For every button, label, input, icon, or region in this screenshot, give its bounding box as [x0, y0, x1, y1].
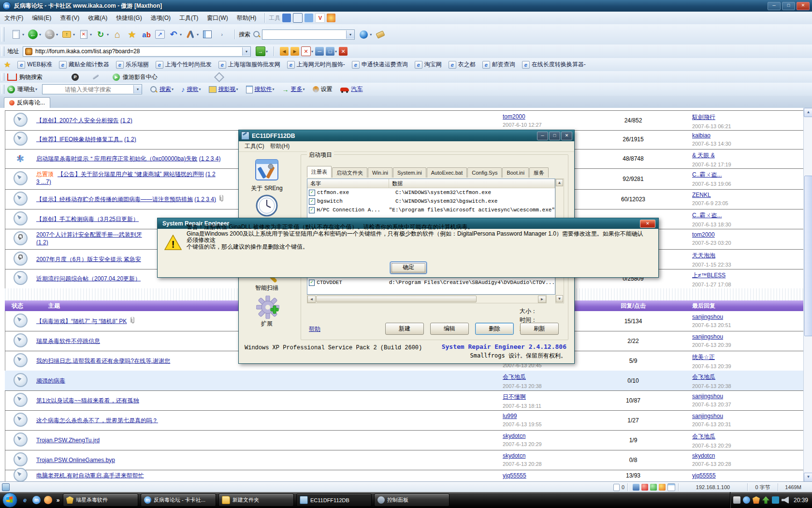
- list-item[interactable]: ✓ bgswitchC:\WINDOWS\system32\bgswitch.e…: [307, 197, 555, 206]
- last-reply-user[interactable]: 天天泡泡: [692, 252, 803, 260]
- back-button[interactable]: ←: [27, 29, 39, 40]
- topic-author[interactable]: lu999: [503, 413, 594, 419]
- menu-tools[interactable]: 工具(T): [175, 14, 203, 22]
- up-dropdown[interactable]: ▾: [73, 32, 75, 37]
- topic-link[interactable]: 【公告】关于部分瑞星用户被 “健康商城” 网站骚扰的声明: [58, 171, 204, 178]
- page-scrollbar[interactable]: ▲ ▼: [803, 108, 812, 481]
- more-button[interactable]: 更多: [291, 85, 303, 93]
- tab-autoexec[interactable]: AutoExec.bat: [427, 167, 467, 178]
- menu-edit[interactable]: 编辑(E): [28, 14, 56, 22]
- software-search-button[interactable]: 搜软件: [255, 85, 272, 93]
- checkbox-checked[interactable]: ✓: [309, 280, 315, 286]
- quicklaunch-media-icon[interactable]: [44, 496, 52, 504]
- task-rising-antivirus[interactable]: 瑞星杀毒软件: [63, 493, 138, 507]
- video-dd[interactable]: ▾: [236, 87, 238, 91]
- checkbox-checked[interactable]: ✓: [309, 198, 315, 205]
- quicklaunch-ie-icon[interactable]: e: [21, 496, 29, 504]
- checkbox-checked[interactable]: ✓: [309, 207, 315, 213]
- tray-volume-icon[interactable]: [782, 496, 789, 504]
- refresh-dropdown[interactable]: ▾: [107, 32, 109, 37]
- sreng-minimize-button[interactable]: ─: [537, 132, 548, 140]
- topic-link[interactable]: 【病毒游戏】“随机7” 与 “随机8” PK: [36, 317, 127, 324]
- refresh-button[interactable]: ↻: [95, 29, 106, 40]
- sreng-close-button[interactable]: ✕: [561, 132, 572, 140]
- last-reply-user[interactable]: 上≠™BLESS: [692, 271, 803, 280]
- topic-link[interactable]: 电脑老死机.有时自动重启.高手进来帮帮忙: [36, 472, 144, 479]
- last-reply-user[interactable]: kaibiao: [692, 132, 803, 139]
- plugin-winamp-icon[interactable]: V: [315, 13, 325, 23]
- close-all-button[interactable]: ✕: [339, 47, 348, 56]
- bookmark-item[interactable]: e衣之都: [449, 60, 476, 69]
- last-reply-user[interactable]: 会飞地瓜: [692, 433, 803, 441]
- menu-view[interactable]: 查看(V): [56, 14, 84, 22]
- topic-author[interactable]: 日不懂啊: [503, 393, 594, 401]
- last-reply-user[interactable]: sanjingshou: [692, 314, 803, 320]
- last-reply-user[interactable]: 馭劍飛行: [692, 113, 803, 121]
- last-reply-user[interactable]: C..霸ㄨ盗...: [692, 171, 803, 179]
- panels-button[interactable]: [202, 29, 213, 40]
- list-scroll-right[interactable]: ►: [538, 296, 546, 303]
- bookmark-item[interactable]: e乐乐瑞丽: [116, 60, 149, 69]
- undo-dropdown[interactable]: ▾: [180, 32, 182, 37]
- extensions-gear-icon[interactable]: [256, 296, 279, 319]
- task-control-panel[interactable]: 控制面板: [374, 493, 450, 507]
- settings-button[interactable]: 设置: [321, 85, 333, 93]
- new-page-button[interactable]: [10, 29, 22, 40]
- shop-search-button[interactable]: 购物搜索: [19, 73, 43, 81]
- list-item[interactable]: ✓ CTDVDDETd:\Program Files\Creative\SBAu…: [307, 278, 555, 287]
- topic-link[interactable]: 顽强的病毒: [36, 377, 65, 384]
- song-dd[interactable]: ▾: [199, 87, 201, 91]
- topic-link[interactable]: 【原创】手工检测病毒（3月25日更新）: [36, 215, 139, 222]
- checkbox-checked[interactable]: ✓: [309, 190, 315, 196]
- sreng-menu-help[interactable]: 帮助(H): [270, 142, 290, 150]
- last-reply-user[interactable]: ZENKL: [692, 192, 803, 198]
- plugin-window-icon[interactable]: [293, 13, 303, 23]
- home-button[interactable]: ⌂: [112, 29, 123, 40]
- tray-network-icon[interactable]: [772, 496, 779, 504]
- menu-window[interactable]: 窗口(W): [203, 14, 232, 22]
- scroll-up-button[interactable]: ▲: [804, 108, 812, 117]
- forward-dropdown[interactable]: ▾: [56, 32, 58, 37]
- last-reply-user[interactable]: 会飞地瓜: [692, 373, 803, 381]
- coral-search-input[interactable]: [43, 85, 133, 93]
- highlight-button[interactable]: ab: [141, 29, 152, 40]
- topic-pages[interactable]: (1 2 3 4): [194, 195, 216, 202]
- diamond-icon[interactable]: [214, 72, 224, 82]
- task-forum-browser[interactable]: m 反病毒论坛 - 卡卡社...: [141, 493, 216, 507]
- list-scroll-up[interactable]: ▲: [556, 179, 563, 186]
- menu-options[interactable]: 选项(O): [146, 14, 175, 22]
- topic-author[interactable]: 会飞地瓜: [503, 373, 594, 381]
- topic-pages[interactable]: 3 ...7): [36, 179, 51, 185]
- tab-antivirus-forum[interactable]: 反病毒论...: [4, 97, 50, 108]
- bookmark-item[interactable]: e上海网元时尚服饰-: [287, 60, 345, 69]
- pen-icon[interactable]: [92, 74, 99, 79]
- quicklaunch-maxthon-icon[interactable]: m: [32, 496, 41, 504]
- restore-tab-dropdown[interactable]: ▾: [335, 49, 337, 54]
- tab-win-ini[interactable]: Win.ini: [368, 167, 392, 178]
- plugin-icon[interactable]: [659, 484, 666, 491]
- topic-pages[interactable]: (1 2): [124, 136, 136, 143]
- back-dropdown[interactable]: ▾: [39, 32, 41, 37]
- topic-link[interactable]: Trojan.PSW.ZhengTu.jrd: [36, 437, 100, 444]
- speed-icon[interactable]: [633, 484, 639, 491]
- scroll-down-button[interactable]: ▼: [804, 473, 812, 481]
- delete-button[interactable]: 删除: [475, 323, 514, 335]
- last-reply-user[interactable]: sanjingshou: [692, 333, 803, 340]
- play-icon[interactable]: ▶: [113, 74, 120, 81]
- media-center-button[interactable]: 傲游影音中心: [123, 73, 158, 81]
- last-reply-user[interactable]: & 天眼 &: [692, 151, 803, 160]
- go-dropdown[interactable]: ▾: [266, 49, 268, 54]
- external-button[interactable]: ↗: [155, 30, 165, 39]
- list-item[interactable]: ✓ H/PC Connection A..."E:\program files\…: [307, 206, 555, 214]
- tab-prev-button[interactable]: ◄: [280, 47, 289, 56]
- undo-button[interactable]: ↶: [168, 29, 179, 40]
- topic-author[interactable]: skydotcn: [503, 452, 594, 459]
- last-reply-user[interactable]: yjq55555: [692, 472, 803, 479]
- mail-icon[interactable]: [667, 483, 675, 491]
- tab-startup-folder[interactable]: 启动文件夹: [332, 167, 367, 178]
- bookmark-item[interactable]: e淘宝网: [415, 60, 442, 69]
- tab-services[interactable]: 服务: [529, 167, 549, 178]
- tab-next-button[interactable]: ►: [290, 47, 299, 56]
- toolbar-overflow-chevron[interactable]: ›: [216, 29, 228, 40]
- tab-config-sys[interactable]: Config.Sys: [467, 167, 502, 178]
